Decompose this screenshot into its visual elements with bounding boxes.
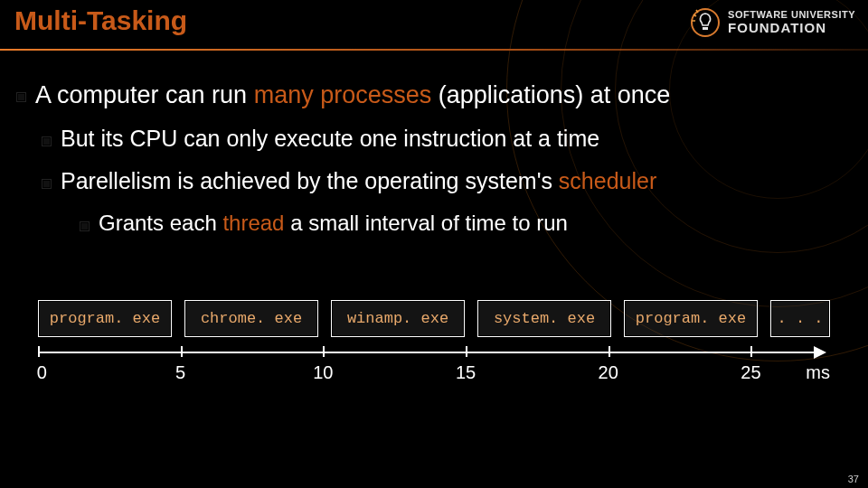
axis-tick-label: 10 bbox=[313, 362, 333, 383]
bullet-text: Parellelism is achieved by the operating… bbox=[61, 168, 656, 194]
axis-tick bbox=[750, 346, 752, 357]
time-axis: 0 5 10 15 20 25 ms bbox=[38, 352, 830, 379]
title-underline bbox=[0, 49, 868, 51]
bullet-level3: Grants each thread a small interval of t… bbox=[80, 211, 852, 236]
process-box: program. exe bbox=[624, 300, 758, 337]
bullet-text: A computer can run many processes (appli… bbox=[35, 81, 670, 109]
text: A computer can run bbox=[35, 81, 254, 108]
lightbulb-icon bbox=[690, 7, 721, 38]
process-box: program. exe bbox=[38, 300, 172, 337]
logo: SOFTWARE UNIVERSITY FOUNDATION bbox=[690, 7, 855, 38]
bullet-level2: Parellelism is achieved by the operating… bbox=[42, 168, 852, 194]
bullet-icon bbox=[16, 92, 26, 102]
page-number: 37 bbox=[848, 474, 859, 484]
process-box: system. exe bbox=[477, 300, 611, 337]
axis-tick bbox=[38, 346, 40, 357]
arrow-right-icon bbox=[814, 346, 826, 359]
axis-tick bbox=[609, 346, 610, 357]
axis-tick-label: 15 bbox=[456, 362, 476, 383]
axis-tick bbox=[466, 346, 467, 357]
bullet-icon bbox=[80, 221, 90, 231]
axis-tick bbox=[181, 346, 183, 357]
process-box-ellipsis: . . . bbox=[770, 300, 830, 337]
text: a small interval of time to run bbox=[284, 211, 567, 235]
process-box: chrome. exe bbox=[184, 300, 318, 337]
logo-text: SOFTWARE UNIVERSITY FOUNDATION bbox=[728, 10, 855, 34]
process-boxes: program. exe chrome. exe winamp. exe sys… bbox=[38, 300, 830, 337]
svg-rect-1 bbox=[703, 27, 708, 30]
bullet-icon bbox=[42, 179, 52, 189]
bullet-text: But its CPU can only execute one instruc… bbox=[61, 126, 599, 152]
process-box: winamp. exe bbox=[331, 300, 465, 337]
text: (applications) at once bbox=[431, 81, 670, 108]
content: A computer can run many processes (appli… bbox=[16, 81, 852, 252]
axis-line bbox=[38, 352, 814, 353]
axis-tick bbox=[323, 346, 325, 357]
bullet-level2: But its CPU can only execute one instruc… bbox=[42, 126, 852, 152]
axis-tick-label: 25 bbox=[741, 362, 760, 383]
axis-tick-label: 20 bbox=[599, 362, 618, 383]
bullet-icon bbox=[42, 136, 52, 146]
bullet-text: Grants each thread a small interval of t… bbox=[99, 211, 568, 236]
text: Grants each bbox=[99, 211, 222, 235]
logo-line2: FOUNDATION bbox=[728, 21, 855, 35]
highlight: thread bbox=[222, 211, 284, 235]
slide-title: Multi-Tasking bbox=[14, 5, 187, 36]
axis-unit: ms bbox=[806, 362, 830, 383]
text: Parellelism is achieved by the operating… bbox=[61, 168, 559, 193]
bullet-level1: A computer can run many processes (appli… bbox=[16, 81, 852, 109]
highlight: scheduler bbox=[559, 168, 656, 193]
scheduler-timeline: program. exe chrome. exe winamp. exe sys… bbox=[38, 300, 830, 379]
axis-tick-label: 5 bbox=[175, 362, 185, 383]
axis-tick-label: 0 bbox=[37, 362, 47, 383]
highlight: many processes bbox=[254, 81, 432, 108]
